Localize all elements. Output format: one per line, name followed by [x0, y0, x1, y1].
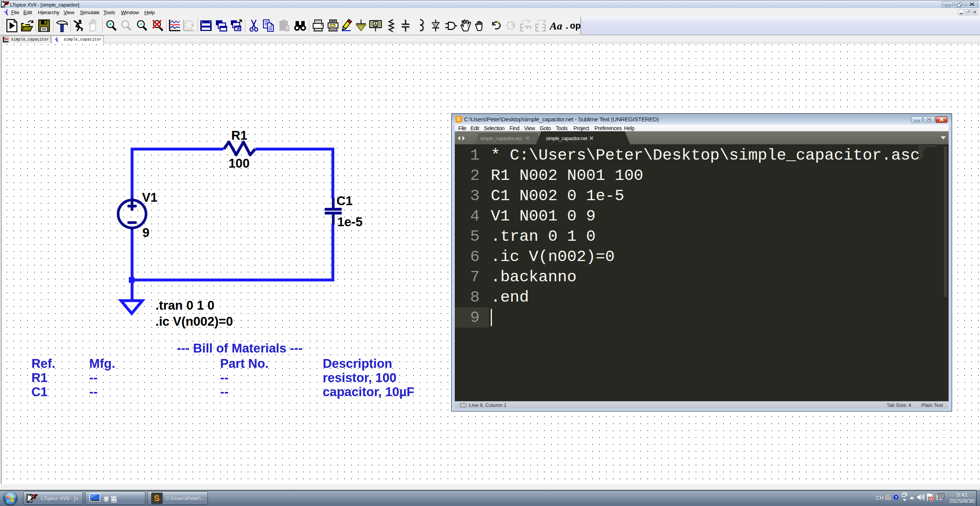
svg-text:--: --: [220, 371, 229, 385]
svg-text:.tran 0 1 0: .tran 0 1 0: [155, 298, 214, 312]
svg-text:9: 9: [142, 225, 149, 240]
svg-text:Part No.: Part No.: [220, 356, 269, 371]
svg-text:?: ?: [895, 495, 897, 500]
svg-text:simple_capacitor.asc: simple_capacitor.asc: [480, 136, 522, 141]
svg-text:A: A: [374, 22, 377, 27]
svg-text:Aa: Aa: [549, 20, 562, 32]
svg-text:Mfg.: Mfg.: [89, 356, 115, 371]
svg-text:R1: R1: [31, 371, 47, 385]
svg-text:1e-5: 1e-5: [337, 215, 363, 229]
svg-text:100: 100: [229, 156, 250, 170]
svg-text:.op: .op: [564, 21, 581, 31]
svg-text:Ref.: Ref.: [31, 356, 55, 371]
svg-text:capacitor, 10µF: capacitor, 10µF: [323, 385, 414, 399]
svg-text:C1: C1: [31, 385, 47, 399]
svg-text:--: --: [89, 385, 98, 399]
svg-text:--- Bill of Materials ---: --- Bill of Materials ---: [177, 341, 302, 355]
svg-text:resistor, 100: resistor, 100: [323, 371, 397, 385]
svg-text:C1: C1: [336, 194, 353, 208]
svg-text:.ic V(n002)=0: .ic V(n002)=0: [155, 314, 233, 328]
svg-text:--: --: [89, 371, 98, 385]
svg-text:Description: Description: [323, 356, 392, 371]
svg-text:V1: V1: [142, 190, 157, 204]
svg-text:simple_capacitor.net: simple_capacitor.net: [546, 136, 588, 141]
svg-text:R1: R1: [231, 128, 247, 142]
svg-text:--: --: [220, 385, 229, 399]
